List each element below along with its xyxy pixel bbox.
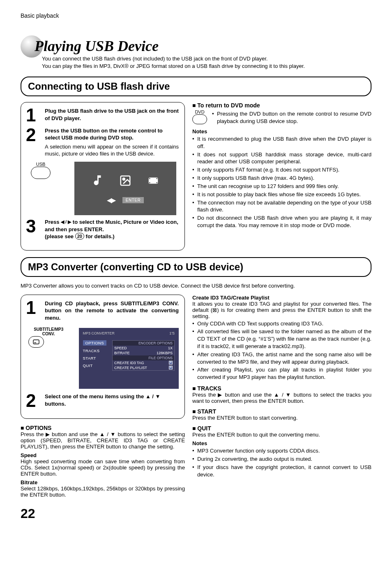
mp3-converter-screen-mock: MP3 CONVERTER 1'S OPTIONS TRACKS START Q… <box>79 328 179 389</box>
option-label: CREATE PLAYLIST <box>114 366 147 370</box>
step-1: 1 Plug the USB flash drive to the USB ja… <box>26 107 179 123</box>
tracks-heading: TRACKS <box>192 385 371 392</box>
breadcrumb: Basic playback <box>21 12 371 19</box>
step-title-part: Press <box>45 219 61 225</box>
usb-button-icon <box>31 167 51 179</box>
note-item: Do not disconnect the USB flash drive wh… <box>192 214 371 229</box>
checkbox-icon <box>169 361 173 365</box>
mp3-intro: MP3 Converter allows you to convert trac… <box>21 283 371 289</box>
text: buttons. <box>45 401 66 407</box>
list-item: Only CDDA with CD Text supports creating… <box>192 320 371 327</box>
section-heading-connecting: Connecting to USB flash drive <box>21 77 371 96</box>
step-title: Press the USB button on the remote contr… <box>45 127 179 142</box>
start-text: Press the ENTER button to start converti… <box>192 415 371 421</box>
screen-option-row: CREATE ID3 TAG <box>113 360 174 365</box>
id3-heading: Create ID3 TAG/Create Playlist <box>192 295 371 301</box>
dvd-button-icon <box>192 114 207 124</box>
speed-text: High speed converting mode can save time… <box>21 458 185 477</box>
nav-arrows-icon: ◀▶ <box>107 196 115 204</box>
notes-list-mp3: MP3 Converter function only supports CDD… <box>192 447 371 478</box>
left-right-arrows-icon: ◀ / ▶ <box>61 219 71 224</box>
text: for details.) <box>84 233 115 239</box>
screen-option-row: BITRATE 128KBPS <box>113 351 174 355</box>
text: Select one of the menu items using the <box>45 393 145 399</box>
note-item: It is recommended to plug the USB flash … <box>192 135 371 150</box>
notes-heading: Notes <box>192 440 371 446</box>
id3-bullets: Only CDDA with CD Text supports creating… <box>192 320 371 381</box>
bitrate-text: Select 128kbps, 160kbps,192kbps, 256kbps… <box>21 485 185 498</box>
mp3-step-1: 1 During CD playback, press SUBTITLE/MP3… <box>26 300 179 322</box>
step-subline: (please see 20 for details.) <box>45 233 179 240</box>
video-icon <box>145 172 161 189</box>
title-row: Playing USB Device <box>21 35 371 53</box>
step-3: 3 Press ◀ / ▶ to select the Music, Pictu… <box>26 218 179 240</box>
id3-text: It allows you to create ID3 TAG and play… <box>192 301 371 319</box>
option-value: 128KBPS <box>157 351 173 355</box>
note-item: The unit can recognise up to 127 folders… <box>192 183 371 190</box>
usb-button-label: USB <box>31 162 51 167</box>
svg-rect-5 <box>157 178 158 179</box>
encoder-options-heading: ENCODER OPTIONS <box>113 341 174 346</box>
option-label: BITRATE <box>114 351 129 355</box>
intro-line: You can connect the USB flash drives (no… <box>42 55 371 63</box>
option-value: 1X <box>168 346 173 350</box>
mp3-step-2: 2 Select one of the menu items using the… <box>26 393 179 408</box>
selection-menu-mock: ◀▶ ENTER <box>74 162 176 215</box>
subtitle-mp3-conv-button-icon <box>28 336 44 348</box>
svg-rect-4 <box>149 182 150 183</box>
quit-heading: QUIT <box>192 425 371 432</box>
step-title: Plug the USB flash drive to the USB jack… <box>45 107 179 122</box>
notes-heading: Notes <box>192 128 371 135</box>
note-item: It only supports FAT format (e.g. It doe… <box>192 166 371 174</box>
music-icon <box>89 172 106 189</box>
note-item: It does not support USB harddisk mass st… <box>192 151 371 166</box>
checkbox-icon <box>169 366 173 369</box>
intro-text: You can connect the USB flash drives (no… <box>42 55 371 70</box>
step-2: 2 Press the USB button on the remote con… <box>26 127 179 158</box>
step-title: Select one of the menu items using the ▲… <box>45 393 179 407</box>
dvd-button-label: DVD <box>192 109 207 114</box>
bitrate-heading: Bitrate <box>21 479 185 485</box>
note-item: The connection may not be available depe… <box>192 199 371 214</box>
step-number: 2 <box>26 393 41 408</box>
note-item: It is not possible to play back files wh… <box>192 191 371 198</box>
svg-rect-3 <box>149 178 150 179</box>
page-number: 22 <box>21 506 371 521</box>
steps-box-connecting: 1 Plug the USB flash drive to the USB ja… <box>21 102 185 250</box>
list-item: After creating Playlist, you can play al… <box>192 366 371 381</box>
enter-button-mock: ENTER <box>122 197 144 203</box>
option-label: SPEED <box>114 346 127 350</box>
step-number: 2 <box>26 127 41 158</box>
up-down-arrows-icon: ▲ / ▼ <box>145 393 161 399</box>
text: (please see <box>45 233 75 239</box>
step-number: 3 <box>26 218 41 240</box>
return-dvd-bullet: Pressing the DVD button on the remote co… <box>212 110 371 125</box>
option-label: CREATE ID3 TAG <box>114 361 144 365</box>
start-heading: START <box>192 408 371 415</box>
subtitle-mp3-conv-label: SUBTITLE/MP3 CONV. <box>28 327 69 336</box>
note-item: During 2x converting, the audio output i… <box>192 455 371 463</box>
note-item: MP3 Converter function only supports CDD… <box>192 447 371 455</box>
step-description: A selection menu will appear on the scre… <box>45 143 179 158</box>
screen-menu-item: OPTIONS <box>83 340 107 346</box>
step-title: During CD playback, press SUBTITLE/MP3 C… <box>45 300 179 322</box>
svg-rect-6 <box>157 182 158 183</box>
page-title: Playing USB Device <box>35 39 159 53</box>
picture-icon <box>117 172 134 189</box>
note-item: It only supports USB flash drive (max. 4… <box>192 174 371 182</box>
screen-menu-item: TRACKS <box>83 348 107 353</box>
list-item: After creating ID3 TAG, the artist name … <box>192 351 371 366</box>
screen-menu-item: START <box>83 356 107 360</box>
screen-title: MP3 CONVERTER <box>83 331 115 335</box>
screen-option-row: SPEED 1X <box>113 346 174 351</box>
step-title: Press ◀ / ▶ to select the Music, Picture… <box>45 218 179 233</box>
options-text: Press the ▶ button and use the ▲ / ▼ but… <box>21 431 185 450</box>
step-number: 1 <box>26 107 41 123</box>
screen-menu-item: QUIT <box>83 363 107 368</box>
steps-box-mp3: 1 During CD playback, press SUBTITLE/MP3… <box>21 295 185 419</box>
intro-line: You can play the files in MP3, DivX® or … <box>42 63 371 70</box>
quit-text: Press the ENTER button to quit the conve… <box>192 432 371 438</box>
tracks-text: Press the ▶ button and use the ▲ / ▼ but… <box>192 392 371 404</box>
options-heading: OPTIONS <box>21 425 185 431</box>
page-reference-badge: 20 <box>75 233 84 239</box>
